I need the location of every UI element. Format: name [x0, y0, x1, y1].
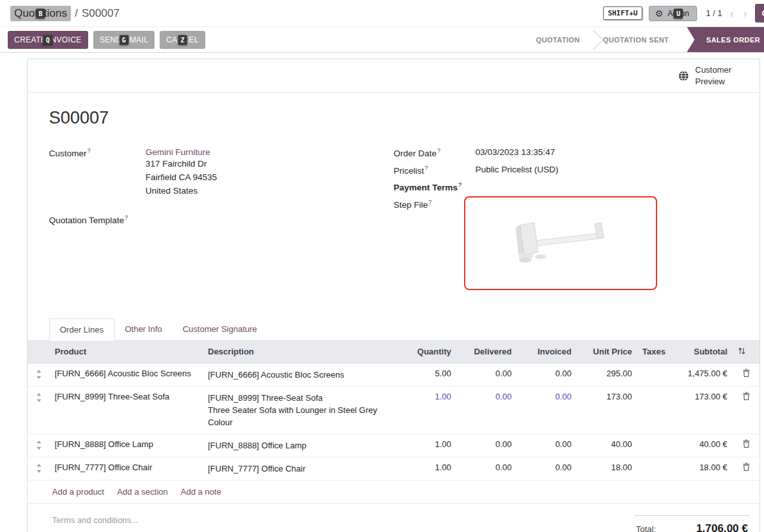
delivered-cell[interactable]: 0.00 [456, 457, 517, 480]
send-email-button[interactable]: SEND EMAIL G [93, 31, 155, 49]
delete-line-button[interactable] [732, 386, 759, 434]
invoiced-cell[interactable]: 0.00 [517, 457, 577, 480]
product-cell[interactable]: [FURN_8888] Office Lamp [50, 434, 203, 457]
add-link-add-a-section[interactable]: Add a section [117, 487, 168, 497]
unit-price-cell[interactable]: 18.00 [577, 457, 637, 480]
delete-line-button[interactable] [732, 434, 759, 457]
tab-order-lines[interactable]: Order Lines [49, 318, 115, 341]
order-line-row[interactable]: [FURN_8999] Three-Seat Sofa[FURN_8999] T… [28, 386, 759, 434]
customer-preview-button[interactable]: Customer Preview [678, 64, 738, 87]
description-cell[interactable]: [FURN_7777] Office Chair [203, 457, 396, 480]
help-icon: ? [437, 147, 440, 154]
delete-line-button[interactable] [732, 363, 759, 386]
pager-next-icon[interactable]: › [741, 7, 748, 19]
order-lines-header-row: Product Description Quantity Delivered I… [28, 341, 759, 363]
description-cell[interactable]: [FURN_8888] Office Lamp [203, 434, 396, 457]
control-bar: CREATE INVOICE Q SEND EMAIL G CANCEL Z Q… [0, 27, 764, 53]
step-file-preview[interactable] [464, 196, 657, 290]
taxes-cell[interactable] [637, 363, 667, 386]
header-description[interactable]: Description [203, 341, 396, 363]
help-icon: ? [429, 199, 432, 205]
action-menu-button[interactable]: ⚙ Action U [649, 6, 697, 21]
product-cell[interactable]: [FURN_6666] Acoustic Bloc Screens [50, 363, 203, 386]
drag-handle[interactable] [28, 434, 50, 457]
invoiced-cell[interactable]: 0.00 [517, 386, 577, 434]
header-subtotal[interactable]: Subtotal [667, 341, 732, 363]
field-grid: Customer? Gemini Furniture 317 Fairchild… [49, 147, 738, 297]
quantity-cell[interactable]: 1.00 [396, 386, 456, 434]
quotation-template-label: Quotation Template? [49, 214, 145, 225]
pricelist-value[interactable]: Public Pricelist (USD) [476, 165, 559, 174]
field-step-file: Step File? [394, 199, 739, 290]
field-order-date: Order Date? 03/03/2023 13:35:47 [394, 147, 739, 158]
create-invoice-button[interactable]: CREATE INVOICE Q [8, 31, 88, 49]
header-taxes[interactable]: Taxes [637, 341, 667, 363]
header-unit-price[interactable]: Unit Price [577, 341, 637, 363]
cancel-button[interactable]: CANCEL Z [160, 31, 205, 49]
delivered-cell[interactable]: 0.00 [456, 363, 517, 386]
description-cell[interactable]: [FURN_8999] Three-Seat SofaThree Seater … [203, 386, 396, 434]
breadcrumb-quotations[interactable]: Quotations B [10, 6, 71, 21]
product-cell[interactable]: [FURN_8999] Three-Seat Sofa [50, 386, 203, 434]
drag-handle[interactable] [28, 363, 50, 386]
status-step-quotation[interactable]: QUOTATION [525, 27, 592, 52]
quantity-cell[interactable]: 1.00 [396, 434, 456, 457]
invoiced-cell[interactable]: 0.00 [517, 434, 577, 457]
quantity-cell[interactable]: 5.00 [396, 363, 456, 386]
keyboard-hint-z: Z [178, 35, 187, 44]
new-button[interactable]: C [755, 4, 764, 23]
status-step-quotation-sent[interactable]: QUOTATION SENT [592, 27, 680, 52]
page-title: S00007 [49, 108, 738, 128]
step-file-3d-image [506, 216, 615, 270]
delivered-cell[interactable]: 0.00 [456, 386, 517, 434]
total-value: 1,706.00 € [696, 522, 748, 532]
help-icon: ? [425, 165, 428, 171]
trash-icon [743, 369, 750, 377]
keyboard-hint-g: G [119, 35, 128, 44]
pager-previous-icon[interactable]: ‹ [729, 7, 735, 19]
product-cell[interactable]: [FURN_7777] Office Chair [50, 457, 203, 480]
drag-handle[interactable] [28, 457, 50, 480]
add-link-add-a-product[interactable]: Add a product [52, 487, 104, 497]
delivered-cell[interactable]: 0.00 [456, 434, 517, 457]
header-quantity[interactable]: Quantity [396, 341, 456, 363]
quantity-cell[interactable]: 1.00 [396, 457, 456, 480]
sheet-header: Customer Preview [28, 59, 759, 93]
taxes-cell[interactable] [637, 434, 667, 457]
header-optional-columns[interactable] [732, 341, 759, 363]
order-line-row[interactable]: [FURN_6666] Acoustic Bloc Screens[FURN_6… [28, 363, 759, 386]
tab-other-info[interactable]: Other Info [115, 318, 172, 340]
description-line: [FURN_8999] Three-Seat Sofa [208, 392, 391, 404]
order-line-row[interactable]: [FURN_7777] Office Chair[FURN_7777] Offi… [28, 457, 759, 480]
subtotal-cell: 18.00 € [667, 457, 732, 480]
customer-link[interactable]: Gemini Furniture [145, 147, 210, 157]
delete-line-button[interactable] [732, 457, 759, 480]
taxes-cell[interactable] [637, 386, 667, 434]
header-invoiced[interactable]: Invoiced [517, 341, 577, 363]
keyboard-hint-b: B [36, 8, 45, 18]
status-step-sales-order[interactable]: SALES ORDER [687, 27, 764, 52]
unit-price-cell[interactable]: 40.00 [577, 434, 637, 457]
drag-handle[interactable] [28, 386, 50, 434]
unit-price-cell[interactable]: 173.00 [577, 386, 637, 434]
terms-input[interactable]: Terms and conditions... [52, 515, 138, 532]
customer-address-line: United States [145, 184, 217, 197]
taxes-cell[interactable] [637, 457, 667, 480]
customer-preview-label: Customer Preview [695, 64, 738, 87]
header-delivered[interactable]: Delivered [456, 341, 517, 363]
header-product[interactable]: Product [50, 341, 203, 363]
invoiced-cell[interactable]: 0.00 [517, 363, 577, 386]
keyboard-hint-shift-u: SHIFT+U [603, 6, 642, 20]
unit-price-cell[interactable]: 295.00 [577, 363, 637, 386]
order-line-row[interactable]: [FURN_8888] Office Lamp[FURN_8888] Offic… [28, 434, 759, 457]
globe-icon [678, 70, 689, 82]
trash-icon [743, 392, 750, 400]
pricelist-label: Pricelist? [394, 165, 476, 176]
tab-customer-signature[interactable]: Customer Signature [172, 318, 268, 340]
keyboard-hint-u: U [674, 8, 683, 18]
order-date-label: Order Date? [394, 147, 476, 158]
breadcrumb: Quotations B / S00007 [10, 6, 120, 21]
add-link-add-a-note[interactable]: Add a note [181, 487, 221, 497]
description-cell[interactable]: [FURN_6666] Acoustic Bloc Screens [203, 363, 396, 386]
order-date-value[interactable]: 03/03/2023 13:35:47 [476, 147, 555, 157]
